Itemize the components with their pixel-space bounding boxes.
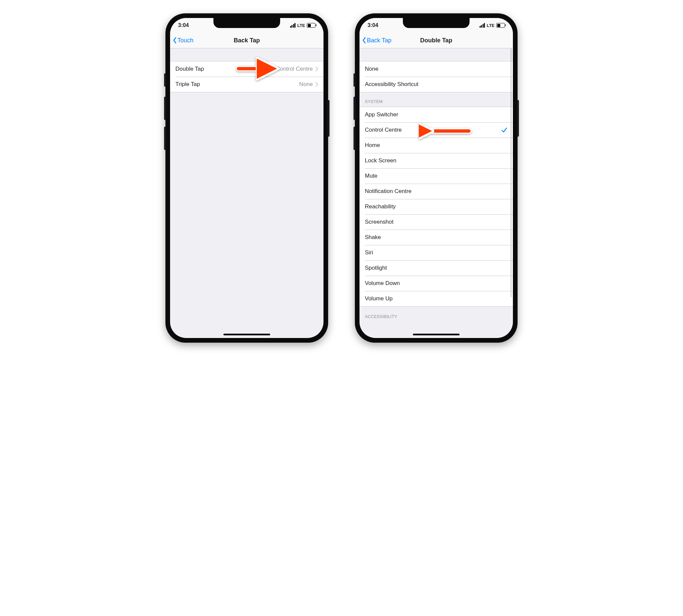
signal-icon — [479, 23, 485, 28]
row-value: None — [299, 81, 313, 88]
status-right: LTE — [290, 23, 316, 28]
section-header-accessibility: ACCESSIBILITY — [360, 307, 513, 319]
volume-down-button — [164, 127, 166, 150]
screen-right: 3:04 LTE Back Tap Double Tap None — [360, 18, 513, 338]
row-label: Spotlight — [365, 265, 508, 271]
carrier-label: LTE — [487, 23, 495, 28]
settings-group: Double Tap Control Centre Triple Tap Non… — [170, 61, 323, 92]
volume-up-button — [164, 97, 166, 120]
side-button — [517, 100, 519, 137]
phone-right: 3:04 LTE Back Tap Double Tap None — [355, 13, 518, 343]
row-label: Home — [365, 142, 508, 149]
option-none[interactable]: None — [360, 61, 513, 77]
option-volume-up[interactable]: Volume Up — [360, 291, 513, 306]
battery-icon — [496, 23, 505, 28]
option-mute[interactable]: Mute — [360, 168, 513, 184]
option-home[interactable]: Home — [360, 138, 513, 153]
row-label: Double Tap — [175, 66, 276, 72]
battery-icon — [307, 23, 316, 28]
system-group: App SwitcherControl CentreHomeLock Scree… — [360, 107, 513, 307]
back-label: Back Tap — [367, 37, 391, 44]
chevron-left-icon — [173, 37, 177, 44]
row-label: Accessibility Shortcut — [365, 81, 508, 88]
option-screenshot[interactable]: Screenshot — [360, 214, 513, 230]
row-label: Triple Tap — [175, 81, 299, 88]
spacer — [170, 48, 323, 61]
option-lock-screen[interactable]: Lock Screen — [360, 153, 513, 168]
option-shake[interactable]: Shake — [360, 230, 513, 245]
phone-left: 3:04 LTE Touch Back Tap Double Tap Con — [165, 13, 328, 343]
silent-switch — [354, 73, 356, 87]
section-header-system: SYSTEM — [360, 92, 513, 107]
row-label: Shake — [365, 234, 508, 241]
row-label: App Switcher — [365, 111, 508, 118]
option-notification-centre[interactable]: Notification Centre — [360, 184, 513, 199]
back-label: Touch — [177, 37, 193, 44]
option-control-centre[interactable]: Control Centre — [360, 122, 513, 138]
chevron-left-icon — [362, 37, 366, 44]
side-button — [327, 100, 329, 137]
option-accessibility-shortcut[interactable]: Accessibility Shortcut — [360, 77, 513, 92]
option-volume-down[interactable]: Volume Down — [360, 276, 513, 291]
chevron-right-icon — [316, 67, 318, 71]
top-group: None Accessibility Shortcut — [360, 61, 513, 92]
row-double-tap[interactable]: Double Tap Control Centre — [170, 61, 323, 77]
back-button[interactable]: Touch — [173, 37, 193, 44]
row-label: Volume Down — [365, 280, 508, 287]
content-area[interactable]: None Accessibility Shortcut SYSTEM App S… — [360, 48, 513, 338]
row-label: Volume Up — [365, 295, 508, 302]
nav-bar: Back Tap Double Tap — [360, 33, 513, 48]
volume-down-button — [354, 127, 356, 150]
row-label: Reachability — [365, 203, 508, 210]
option-spotlight[interactable]: Spotlight — [360, 260, 513, 276]
row-label: Lock Screen — [365, 157, 508, 164]
row-label: Screenshot — [365, 219, 508, 225]
back-button[interactable]: Back Tap — [362, 37, 391, 44]
spacer — [360, 48, 513, 61]
screen-left: 3:04 LTE Touch Back Tap Double Tap Con — [170, 18, 323, 338]
row-label: None — [365, 66, 508, 72]
option-reachability[interactable]: Reachability — [360, 199, 513, 214]
row-label: Control Centre — [365, 127, 501, 133]
row-value: Control Centre — [276, 66, 313, 72]
carrier-label: LTE — [297, 23, 305, 28]
status-time: 3:04 — [367, 22, 378, 28]
row-label: Notification Centre — [365, 188, 508, 195]
option-app-switcher[interactable]: App Switcher — [360, 107, 513, 122]
nav-title: Back Tap — [234, 37, 260, 44]
row-label: Mute — [365, 173, 508, 179]
status-time: 3:04 — [178, 22, 189, 28]
content-area[interactable]: Double Tap Control Centre Triple Tap Non… — [170, 48, 323, 338]
checkmark-icon — [501, 127, 508, 133]
home-indicator[interactable] — [223, 334, 270, 335]
status-right: LTE — [479, 23, 505, 28]
nav-bar: Touch Back Tap — [170, 33, 323, 48]
home-indicator[interactable] — [413, 334, 460, 335]
row-triple-tap[interactable]: Triple Tap None — [170, 77, 323, 92]
option-siri[interactable]: Siri — [360, 245, 513, 260]
chevron-right-icon — [316, 82, 318, 87]
volume-up-button — [354, 97, 356, 120]
notch — [403, 18, 470, 28]
row-label: Siri — [365, 249, 508, 256]
notch — [213, 18, 280, 28]
signal-icon — [290, 23, 296, 28]
nav-title: Double Tap — [420, 37, 452, 44]
silent-switch — [164, 73, 166, 87]
